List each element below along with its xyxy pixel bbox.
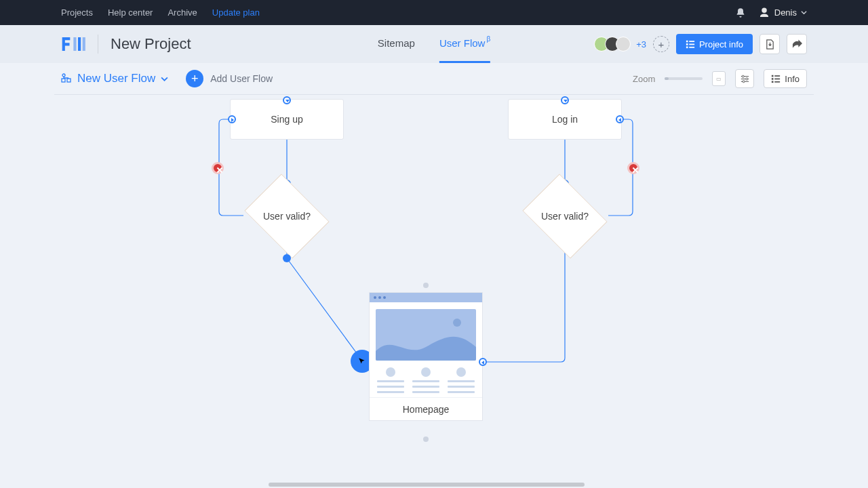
beta-badge: β	[486, 35, 490, 43]
project-info-button[interactable]: Project info	[676, 34, 753, 54]
add-collaborator-button[interactable]: +	[653, 36, 669, 52]
node-user-valid-right[interactable]: User valid?	[521, 182, 609, 250]
export-button[interactable]	[760, 34, 780, 54]
share-button[interactable]	[787, 34, 807, 54]
node-signup[interactable]: Sing up	[230, 99, 344, 140]
cursor-icon	[358, 357, 366, 365]
node-homepage[interactable]: Homepage	[369, 292, 483, 421]
node-user-valid-left[interactable]: User valid?	[243, 182, 331, 250]
port-top[interactable]	[561, 96, 569, 104]
svg-rect-6	[689, 44, 694, 45]
user-menu[interactable]: Denis	[758, 6, 807, 20]
port-placeholder[interactable]	[423, 436, 429, 442]
error-badge-icon	[212, 162, 224, 174]
project-title[interactable]: New Project	[111, 35, 191, 53]
svg-rect-4	[689, 41, 694, 42]
notifications-icon[interactable]	[735, 7, 746, 18]
list-icon	[686, 39, 695, 49]
download-icon	[765, 39, 775, 49]
nav-update-plan[interactable]: Update plan	[212, 7, 260, 18]
svg-rect-7	[686, 47, 688, 49]
browser-chrome-icon	[370, 293, 482, 302]
nav-projects[interactable]: Projects	[61, 7, 93, 18]
svg-rect-0	[73, 37, 76, 51]
page-preview	[370, 302, 482, 397]
connection-handle[interactable]	[283, 254, 291, 262]
collaborator-extra-count: +3	[636, 39, 646, 49]
app-logo-icon[interactable]	[61, 36, 88, 52]
error-badge-icon	[627, 162, 639, 174]
nav-archive[interactable]: Archive	[167, 7, 197, 18]
svg-rect-5	[686, 43, 688, 45]
top-nav: Projects Help center Archive Update plan…	[0, 0, 868, 25]
port-top[interactable]	[283, 96, 291, 104]
svg-rect-2	[83, 37, 85, 51]
svg-rect-1	[78, 37, 81, 51]
port-right[interactable]	[479, 358, 487, 366]
tab-sitemap[interactable]: Sitemap	[378, 25, 415, 63]
avatar	[616, 37, 631, 52]
collaborators[interactable]: +3 +	[598, 36, 669, 52]
svg-rect-8	[689, 47, 694, 48]
project-header: New Project Sitemap User Flow β +3 + Pro…	[0, 25, 868, 63]
port-right[interactable]	[616, 115, 624, 123]
port-left[interactable]	[228, 115, 236, 123]
port-placeholder[interactable]	[423, 283, 429, 288]
nav-help[interactable]: Help center	[108, 7, 153, 18]
node-login[interactable]: Log in	[508, 99, 622, 140]
connectors	[0, 63, 868, 488]
horizontal-scrollbar[interactable]	[269, 483, 585, 487]
avatar-icon	[758, 6, 770, 20]
page-node-title: Homepage	[403, 404, 450, 415]
chevron-down-icon	[801, 9, 807, 16]
user-name: Denis	[774, 7, 797, 18]
share-icon	[792, 39, 802, 49]
main-tabs: Sitemap User Flow β	[378, 25, 490, 63]
svg-rect-3	[686, 41, 688, 43]
flow-canvas[interactable]: Sing up Log in User valid? User valid?	[0, 63, 868, 488]
tab-userflow[interactable]: User Flow β	[439, 25, 490, 63]
svg-line-23	[287, 258, 362, 361]
